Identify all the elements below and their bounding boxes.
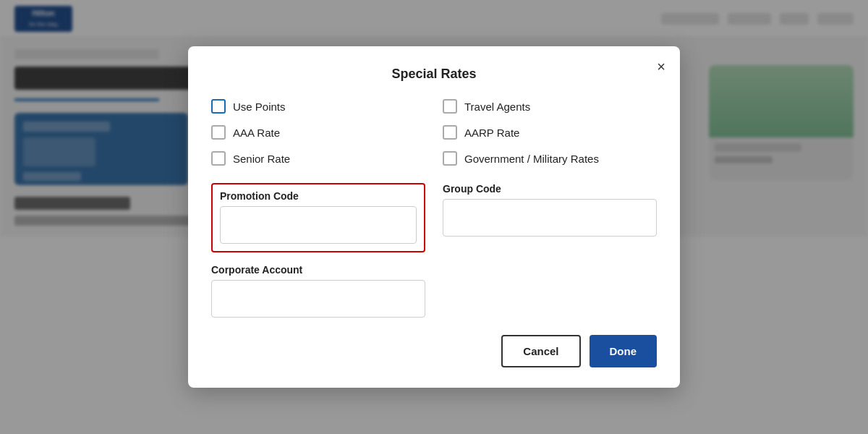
checkbox-aaa-rate-label: AAA Rate bbox=[233, 127, 280, 139]
checkbox-aaa-rate[interactable]: AAA Rate bbox=[211, 125, 425, 140]
checkbox-aaa-rate-box[interactable] bbox=[211, 125, 226, 140]
checkbox-government-military[interactable]: Government / Military Rates bbox=[443, 151, 657, 166]
modal-wrapper: Special Rates × Use Points Travel Agents… bbox=[0, 0, 868, 434]
modal-footer: Cancel Done bbox=[211, 335, 657, 367]
input-row-2: Corporate Account bbox=[211, 264, 657, 318]
checkbox-aarp-rate[interactable]: AARP Rate bbox=[443, 125, 657, 140]
corporate-account-input[interactable] bbox=[211, 280, 425, 318]
checkbox-travel-agents-label: Travel Agents bbox=[464, 101, 530, 113]
checkbox-senior-rate-box[interactable] bbox=[211, 151, 226, 166]
input-row-1: Promotion Code Group Code bbox=[211, 183, 657, 252]
checkbox-aarp-rate-box[interactable] bbox=[443, 125, 457, 140]
checkbox-government-military-label: Government / Military Rates bbox=[464, 153, 599, 165]
promotion-code-group: Promotion Code bbox=[211, 183, 425, 252]
checkbox-use-points-label: Use Points bbox=[233, 101, 286, 113]
cancel-button[interactable]: Cancel bbox=[501, 335, 580, 367]
checkbox-use-points-box[interactable] bbox=[211, 99, 226, 114]
corporate-account-label: Corporate Account bbox=[211, 264, 425, 276]
group-code-input[interactable] bbox=[443, 199, 657, 237]
special-rates-modal: Special Rates × Use Points Travel Agents… bbox=[188, 46, 680, 388]
modal-title: Special Rates bbox=[211, 67, 657, 82]
group-code-label: Group Code bbox=[443, 183, 657, 195]
checkbox-travel-agents-box[interactable] bbox=[443, 99, 457, 114]
checkboxes-grid: Use Points Travel Agents AAA Rate AARP R… bbox=[211, 99, 657, 166]
group-code-group: Group Code bbox=[443, 183, 657, 252]
checkbox-senior-rate[interactable]: Senior Rate bbox=[211, 151, 425, 166]
close-button[interactable]: × bbox=[657, 59, 665, 74]
corporate-account-group: Corporate Account bbox=[211, 264, 425, 318]
empty-cell bbox=[443, 264, 657, 318]
checkbox-travel-agents[interactable]: Travel Agents bbox=[443, 99, 657, 114]
checkbox-aarp-rate-label: AARP Rate bbox=[464, 127, 519, 139]
promotion-code-wrapper: Promotion Code bbox=[211, 183, 425, 252]
promotion-code-label: Promotion Code bbox=[220, 190, 417, 202]
checkbox-use-points[interactable]: Use Points bbox=[211, 99, 425, 114]
promotion-code-input[interactable] bbox=[220, 206, 417, 244]
checkbox-government-military-box[interactable] bbox=[443, 151, 457, 166]
done-button[interactable]: Done bbox=[590, 335, 658, 367]
checkbox-senior-rate-label: Senior Rate bbox=[233, 153, 290, 165]
